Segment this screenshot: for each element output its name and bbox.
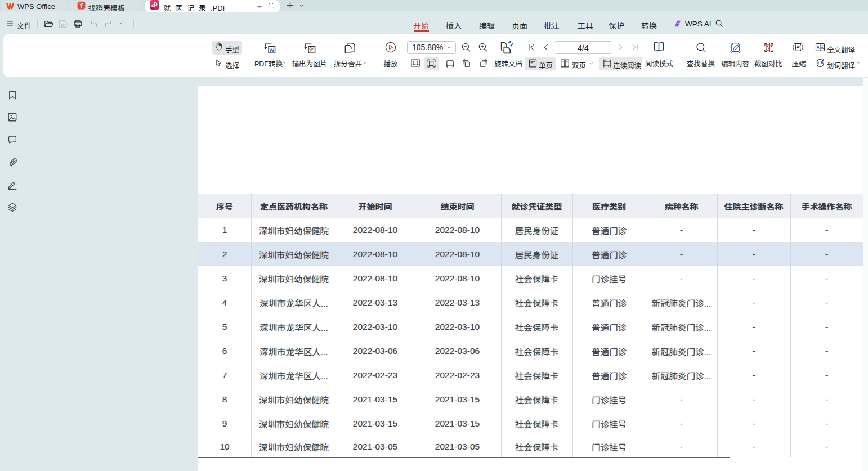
- svg-text:1:1: 1:1: [412, 61, 419, 66]
